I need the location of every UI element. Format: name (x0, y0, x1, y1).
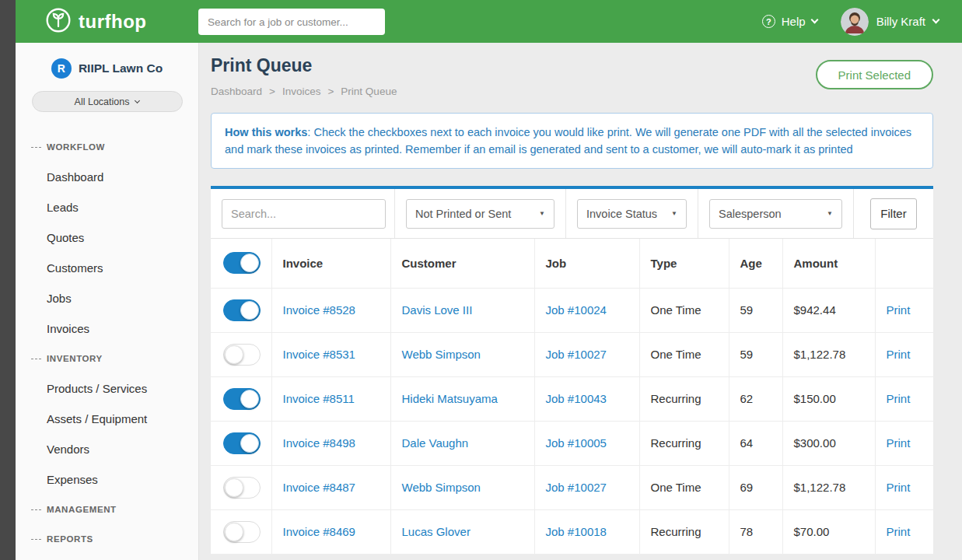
sidebar-item-products-services[interactable]: Products / Services (16, 373, 198, 404)
invoice-table-body: Invoice #8528 Davis Love III Job #10024 … (211, 288, 933, 554)
sidebar-item-invoices[interactable]: Invoices (16, 313, 198, 344)
customer-link[interactable]: Lucas Glover (402, 525, 471, 538)
nav-section-inventory[interactable]: INVENTORY (16, 344, 198, 373)
nav-section-management[interactable]: MANAGEMENT (16, 495, 198, 524)
sidebar: R RIIPL Lawn Co All Locations WORKFLOWDa… (16, 43, 199, 560)
job-link[interactable]: Job #10027 (546, 481, 607, 494)
invoice-age: 69 (729, 465, 782, 509)
row-select-toggle[interactable] (223, 521, 261, 543)
col-header-job: Job (534, 239, 639, 288)
row-select-toggle[interactable] (223, 432, 261, 454)
help-menu[interactable]: ? Help (762, 15, 817, 28)
sidebar-item-vendors[interactable]: Vendors (16, 434, 198, 464)
job-link[interactable]: Job #10018 (546, 525, 607, 538)
avatar (841, 8, 869, 36)
invoice-type: Recurring (639, 421, 729, 465)
invoice-amount: $1,122.78 (782, 465, 875, 509)
invoice-link[interactable]: Invoice #8498 (283, 436, 355, 450)
tree-dash-icon (31, 359, 41, 359)
table-search-input[interactable] (222, 199, 386, 229)
sidebar-nav: WORKFLOWDashboardLeadsQuotesCustomersJob… (16, 132, 198, 554)
invoice-type: Recurring (639, 376, 729, 421)
row-select-toggle[interactable] (223, 299, 261, 321)
row-print-link[interactable]: Print (887, 481, 911, 494)
sidebar-item-dashboard[interactable]: Dashboard (16, 162, 198, 192)
sidebar-item-jobs[interactable]: Jobs (16, 283, 198, 313)
info-text: : Check the checkboxes next to each invo… (225, 126, 911, 156)
page-title: Print Queue (211, 55, 397, 76)
select-all-toggle[interactable] (223, 252, 261, 274)
print-queue-card: Not Printed or Sent ▼ Invoice Status ▼ S… (211, 186, 933, 555)
customer-link[interactable]: Webb Simpson (402, 481, 481, 494)
job-link[interactable]: Job #10043 (546, 392, 607, 405)
customer-link[interactable]: Hideki Matsuyama (402, 392, 498, 405)
company-name: RIIPL Lawn Co (79, 61, 163, 75)
printed-filter-select[interactable]: Not Printed or Sent ▼ (406, 199, 554, 229)
invoice-link[interactable]: Invoice #8528 (283, 303, 355, 317)
table-row: Invoice #8528 Davis Love III Job #10024 … (211, 288, 933, 332)
print-selected-button[interactable]: Print Selected (816, 60, 933, 89)
row-select-toggle[interactable] (223, 477, 261, 499)
filter-bar: Not Printed or Sent ▼ Invoice Status ▼ S… (211, 189, 933, 239)
job-link[interactable]: Job #10027 (546, 348, 607, 361)
user-menu[interactable]: Billy Kraft (841, 8, 939, 36)
company-switcher[interactable]: R RIIPL Lawn Co (16, 43, 198, 79)
invoice-status-value: Invoice Status (586, 208, 657, 220)
sidebar-item-expenses[interactable]: Expenses (16, 464, 198, 495)
help-label: Help (782, 15, 806, 28)
col-header-actions (875, 239, 933, 288)
brand[interactable]: turfhop (45, 7, 146, 37)
global-search-input[interactable] (198, 9, 385, 35)
invoice-link[interactable]: Invoice #8531 (283, 348, 355, 361)
sidebar-item-leads[interactable]: Leads (16, 192, 198, 222)
job-link[interactable]: Job #10005 (546, 436, 607, 450)
nav-section-reports[interactable]: REPORTS (16, 524, 198, 554)
invoice-link[interactable]: Invoice #8469 (283, 525, 355, 538)
dropdown-arrow-icon: ▼ (827, 210, 833, 217)
row-select-toggle[interactable] (223, 388, 261, 410)
table-header-row: Invoice Customer Job Type Age Amount (211, 239, 933, 288)
col-header-invoice: Invoice (271, 239, 390, 288)
col-header-customer: Customer (390, 239, 534, 288)
locations-dropdown[interactable]: All Locations (32, 91, 183, 112)
breadcrumb-invoices[interactable]: Invoices (282, 86, 321, 97)
invoice-amount: $1,122.78 (782, 332, 875, 376)
printed-filter-value: Not Printed or Sent (415, 208, 511, 220)
row-print-link[interactable]: Print (887, 392, 911, 405)
row-print-link[interactable]: Print (887, 525, 911, 538)
customer-link[interactable]: Webb Simpson (402, 348, 481, 361)
dropdown-arrow-icon: ▼ (539, 210, 545, 217)
sidebar-item-quotes[interactable]: Quotes (16, 222, 198, 253)
invoice-age: 59 (729, 288, 782, 332)
sidebar-item-assets-equipment[interactable]: Assets / Equipment (16, 404, 198, 434)
invoice-link[interactable]: Invoice #8511 (283, 392, 355, 405)
toggle-knob (225, 478, 243, 497)
job-link[interactable]: Job #10024 (546, 303, 607, 317)
filter-button[interactable]: Filter (870, 198, 917, 229)
nav-section-workflow[interactable]: WORKFLOW (16, 132, 198, 162)
sidebar-item-customers[interactable]: Customers (16, 253, 198, 283)
invoice-status-select[interactable]: Invoice Status ▼ (577, 199, 687, 229)
row-select-toggle[interactable] (223, 344, 261, 366)
invoice-amount: $150.00 (782, 376, 875, 421)
user-name: Billy Kraft (876, 15, 925, 28)
customer-link[interactable]: Dale Vaughn (402, 436, 469, 450)
row-print-link[interactable]: Print (887, 348, 911, 361)
invoice-age: 78 (729, 509, 782, 554)
toggle-knob (240, 390, 259, 408)
salesperson-select[interactable]: Salesperson ▼ (709, 199, 842, 229)
customer-link[interactable]: Davis Love III (402, 303, 473, 317)
main-content: Print Queue Dashboard > Invoices > Print… (199, 43, 962, 560)
row-print-link[interactable]: Print (887, 303, 911, 317)
table-row: Invoice #8511 Hideki Matsuyama Job #1004… (211, 376, 933, 421)
info-lead: How this works (225, 126, 307, 138)
chevron-down-icon (932, 16, 940, 24)
breadcrumb-dashboard[interactable]: Dashboard (211, 86, 262, 97)
row-print-link[interactable]: Print (887, 436, 911, 450)
breadcrumb-separator: > (269, 86, 275, 97)
tree-dash-icon (31, 509, 41, 510)
breadcrumb-current: Print Queue (341, 86, 397, 97)
invoice-link[interactable]: Invoice #8487 (283, 481, 355, 494)
salesperson-value: Salesperson (719, 208, 782, 220)
toggle-knob (225, 523, 243, 541)
